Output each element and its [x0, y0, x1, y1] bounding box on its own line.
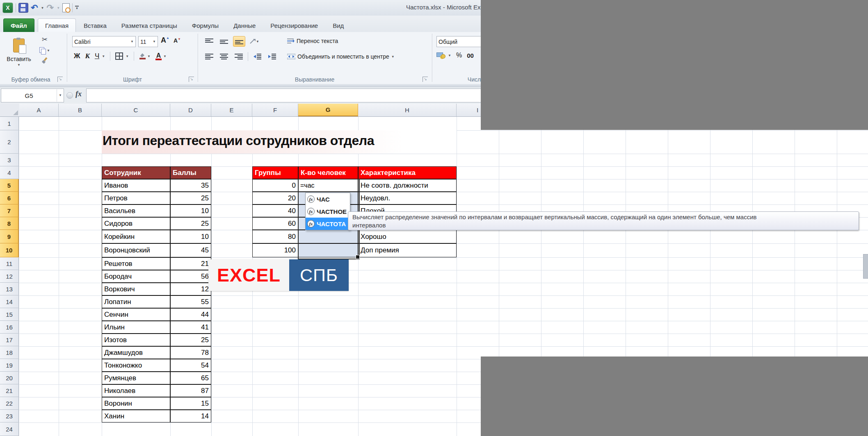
name-box[interactable]: G5 ▼: [1, 89, 64, 102]
employee-name-cell[interactable]: Воркович: [102, 283, 170, 295]
employee-name-cell[interactable]: Решетов: [102, 257, 170, 270]
employee-name-cell[interactable]: Васильев: [102, 204, 170, 217]
employee-score-cell[interactable]: 41: [170, 321, 211, 334]
group-value-cell[interactable]: 60: [252, 217, 298, 230]
percent-style-button[interactable]: %: [456, 52, 462, 59]
row-header-7[interactable]: 7: [0, 204, 19, 217]
font-size-select[interactable]: 11 ▼: [138, 36, 158, 47]
merge-dropdown-icon[interactable]: ▼: [391, 55, 395, 59]
underline-dropdown-icon[interactable]: ▼: [102, 54, 105, 58]
row-header-13[interactable]: 13: [0, 283, 19, 295]
employee-score-cell[interactable]: 12: [170, 283, 211, 295]
alignment-dialog-launcher[interactable]: ↘: [423, 77, 428, 82]
group-value-cell[interactable]: 40: [252, 204, 298, 217]
shrink-font-button[interactable]: А▼: [174, 37, 181, 44]
scrollbar-fragment[interactable]: [863, 254, 868, 279]
align-top-button[interactable]: [203, 36, 215, 46]
copy-button[interactable]: [39, 47, 46, 54]
column-header-B[interactable]: B: [59, 104, 102, 116]
copy-dropdown-icon[interactable]: ▼: [47, 49, 50, 52]
row-header-22[interactable]: 22: [0, 397, 19, 410]
employee-score-cell[interactable]: 35: [170, 179, 211, 192]
row-header-17[interactable]: 17: [0, 334, 19, 346]
row-header-1[interactable]: 1: [0, 117, 19, 130]
employee-score-cell[interactable]: 55: [170, 295, 211, 308]
orientation-button[interactable]: ▼: [249, 36, 260, 46]
employee-name-cell[interactable]: Николаев: [102, 384, 170, 397]
fill-color-dropdown-icon[interactable]: ▼: [147, 54, 151, 58]
decrease-indent-button[interactable]: [251, 52, 263, 61]
column-header-E[interactable]: E: [211, 104, 252, 116]
column-header-H[interactable]: H: [358, 104, 457, 116]
row-header-19[interactable]: 19: [0, 359, 19, 372]
employee-score-cell[interactable]: 10: [170, 204, 211, 217]
employee-name-cell[interactable]: Петров: [102, 192, 170, 204]
employee-name-cell[interactable]: Тонконожко: [102, 359, 170, 372]
align-left-button[interactable]: [203, 52, 215, 61]
bold-button[interactable]: Ж: [74, 52, 80, 60]
row-header-16[interactable]: 16: [0, 321, 19, 334]
tab-рецензирование[interactable]: Рецензирование: [263, 19, 325, 32]
row-header-15[interactable]: 15: [0, 308, 19, 321]
column-header-G[interactable]: G: [298, 104, 358, 116]
row-header-5[interactable]: 5: [0, 179, 19, 192]
paste-dropdown-icon[interactable]: ▼: [17, 63, 21, 67]
font-dialog-launcher[interactable]: ↘: [189, 77, 194, 82]
tab-вид[interactable]: Вид: [326, 19, 351, 32]
employee-score-cell[interactable]: 87: [170, 384, 211, 397]
employee-score-cell[interactable]: 25: [170, 192, 211, 204]
characteristic-cell[interactable]: Хорошо: [358, 230, 457, 243]
formula-bar-splitter[interactable]: [66, 92, 73, 99]
cut-button[interactable]: ✂: [42, 35, 48, 44]
undo-dropdown-icon[interactable]: ▼: [41, 6, 44, 10]
insert-function-button[interactable]: fx: [75, 90, 82, 98]
comma-style-button[interactable]: 00: [467, 52, 474, 59]
employee-score-cell[interactable]: 25: [170, 334, 211, 346]
align-right-button[interactable]: [233, 52, 244, 61]
employee-score-cell[interactable]: 78: [170, 346, 211, 359]
accounting-format-button[interactable]: [436, 52, 445, 59]
row-header-24[interactable]: 24: [0, 422, 19, 436]
employee-name-cell[interactable]: Румянцев: [102, 372, 170, 384]
employee-score-cell[interactable]: 44: [170, 308, 211, 321]
row-header-20[interactable]: 20: [0, 372, 19, 384]
paste-button[interactable]: Вставить ▼: [4, 34, 34, 80]
employee-name-cell[interactable]: Ильин: [102, 321, 170, 334]
format-painter-button[interactable]: [41, 57, 48, 64]
employee-name-cell[interactable]: Корейкин: [102, 230, 170, 243]
row-header-3[interactable]: 3: [0, 154, 19, 166]
autocomplete-item-2[interactable]: fxЧАСТОТА: [306, 218, 350, 230]
employee-name-cell[interactable]: Джамшудов: [102, 346, 170, 359]
customize-qat-button[interactable]: ▾: [75, 6, 79, 10]
italic-button[interactable]: К: [85, 52, 90, 60]
row-header-6[interactable]: 6: [0, 192, 19, 204]
row-header-4[interactable]: 4: [0, 166, 19, 179]
employee-name-cell[interactable]: Сенчин: [102, 308, 170, 321]
employee-score-cell[interactable]: 45: [170, 243, 211, 257]
tab-вставка[interactable]: Вставка: [77, 19, 114, 32]
font-name-select[interactable]: Calibri ▼: [72, 36, 136, 47]
group-value-cell[interactable]: 80: [252, 230, 298, 243]
align-bottom-button[interactable]: [233, 36, 245, 47]
row-header-18[interactable]: 18: [0, 346, 19, 359]
employee-score-cell[interactable]: 54: [170, 359, 211, 372]
tab-главная[interactable]: Главная: [38, 18, 76, 32]
characteristic-cell[interactable]: Не соотв. должности: [358, 179, 457, 192]
tab-формулы[interactable]: Формулы: [185, 19, 226, 32]
employee-score-cell[interactable]: 21: [170, 257, 211, 270]
employee-score-cell[interactable]: 56: [170, 270, 211, 283]
group-value-cell[interactable]: 100: [252, 243, 298, 257]
align-center-button[interactable]: [218, 52, 230, 61]
characteristic-cell[interactable]: Доп премия: [358, 243, 457, 257]
clipboard-dialog-launcher[interactable]: ↘: [57, 77, 63, 82]
align-middle-button[interactable]: [218, 36, 230, 46]
row-header-2[interactable]: 2: [0, 130, 19, 154]
print-preview-button[interactable]: [62, 3, 70, 12]
fill-color-button[interactable]: [139, 53, 146, 59]
row-header-14[interactable]: 14: [0, 295, 19, 308]
autocomplete-item-0[interactable]: fxЧАС: [306, 193, 350, 205]
grow-font-button[interactable]: А▲: [161, 36, 169, 45]
employee-name-cell[interactable]: Лопатин: [102, 295, 170, 308]
employee-score-cell[interactable]: 14: [170, 410, 211, 422]
employee-name-cell[interactable]: Бородач: [102, 270, 170, 283]
